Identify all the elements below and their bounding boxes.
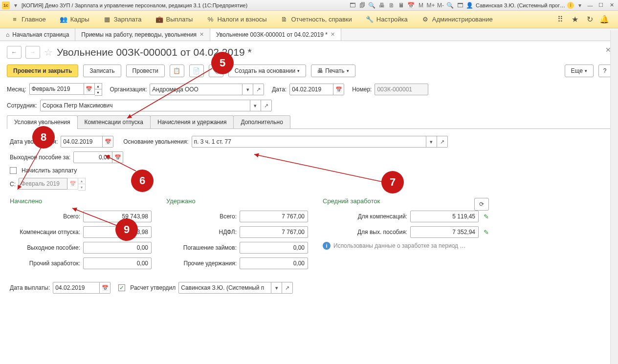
post-close-button[interactable]: Провести и закрыть <box>7 64 78 77</box>
home-icon: ⌂ <box>6 31 9 38</box>
close-button[interactable]: ✕ <box>607 1 616 9</box>
calendar-icon[interactable]: 📅 <box>103 136 113 148</box>
post-button[interactable]: Провести <box>126 64 165 77</box>
marker-8: 8 <box>32 126 55 149</box>
dropdown-icon[interactable]: ▾ <box>12 1 20 9</box>
withheld-total[interactable]: 7 767,00 <box>240 211 308 222</box>
open-icon[interactable]: ↗ <box>253 84 264 95</box>
edit-icon[interactable]: ✎ <box>484 213 489 220</box>
employee-input[interactable]: Сорока Петр Максимович <box>40 100 250 111</box>
open-icon[interactable]: ↗ <box>437 136 448 148</box>
save-button[interactable]: Записать <box>83 64 121 77</box>
page: ✕ ← → ☆ Увольнение 00ЗК-000001 от 04.02.… <box>0 41 618 294</box>
create-based-button[interactable]: Создать на основании▾ <box>228 64 307 77</box>
dropdown-icon[interactable]: ▾ <box>576 1 584 9</box>
dropdown-icon[interactable]: ▾ <box>250 100 261 111</box>
user-icon: 👤 <box>466 1 474 9</box>
number-input: 00ЗК-000001 <box>375 84 428 95</box>
tab-vacation-comp[interactable]: Компенсации отпуска <box>77 115 151 128</box>
history-icon[interactable]: ↻ <box>585 15 595 24</box>
close-icon[interactable]: ✕ <box>331 31 335 38</box>
bell-icon[interactable]: 🔔 <box>599 15 609 24</box>
severance-input[interactable]: 0,00 <box>73 151 112 163</box>
more-button[interactable]: Еще▾ <box>565 64 594 77</box>
avg-comp-value[interactable]: 5 119,45 <box>410 211 479 222</box>
favorite-icon[interactable]: ☆ <box>44 46 53 58</box>
toolbar-icon[interactable]: 🔍 <box>446 1 454 9</box>
month-input[interactable]: Февраль 2019 <box>29 83 84 95</box>
toolbar-icon[interactable]: 🔍 <box>368 1 376 9</box>
pay-date-input[interactable]: 04.02.2019 <box>53 282 100 294</box>
tab-dismissal[interactable]: Увольнение 00ЗК-000001 от 04.02.2019 *✕ <box>210 28 341 41</box>
forward-button[interactable]: → <box>25 46 40 59</box>
form-button[interactable]: 📄 <box>189 64 204 77</box>
approved-checkbox[interactable] <box>118 284 125 291</box>
apps-icon[interactable]: ⠿ <box>555 15 565 24</box>
toolbar-icon[interactable]: 📅 <box>407 1 415 9</box>
dropdown-icon[interactable]: ▾ <box>243 84 253 95</box>
toolbar-icon[interactable]: 🗔 <box>349 1 356 9</box>
m-indicator: M <box>417 1 425 9</box>
help-button[interactable]: ? <box>598 64 611 77</box>
severance-total-label: Выходное пособие: <box>10 244 80 251</box>
tab-accruals[interactable]: Начисления и удержания <box>150 115 234 128</box>
date-input[interactable]: 04.02.2019 <box>289 84 333 95</box>
tab-additional[interactable]: Дополнительно <box>233 115 290 128</box>
open-icon[interactable]: ↗ <box>261 100 272 111</box>
avg-sev-label: Для вых. пособия: <box>323 229 407 236</box>
accrued-total[interactable]: 59 743,98 <box>83 211 152 222</box>
toolbar-icon[interactable]: 🖩 <box>397 1 405 9</box>
menu-salary[interactable]: ▦Зарплата <box>96 11 149 28</box>
other-withheld-value[interactable]: 0,00 <box>240 257 308 269</box>
org-input[interactable]: Андромеда ООО <box>150 84 243 95</box>
avg-comp-label: Для компенсаций: <box>323 213 407 220</box>
loan-value[interactable]: 0,00 <box>240 242 308 254</box>
dropdown-icon[interactable]: ▾ <box>426 136 437 148</box>
minimize-button[interactable]: — <box>586 1 595 9</box>
toolbar-icon[interactable]: 🗎 <box>388 1 396 9</box>
print-button[interactable]: 🖶Печать▾ <box>311 64 355 77</box>
other-earn-value[interactable]: 0,00 <box>83 257 152 269</box>
severance-total[interactable]: 0,00 <box>83 242 152 254</box>
scrollbar[interactable] <box>610 30 618 364</box>
info-icon[interactable]: i <box>567 2 574 9</box>
calendar-icon[interactable]: 📅 <box>112 151 123 163</box>
menu-payments[interactable]: 💼Выплаты <box>149 11 200 28</box>
toolbar-icon[interactable]: 🗖 <box>456 1 464 9</box>
menu-reports[interactable]: 🗎Отчетность, справки <box>274 11 359 28</box>
refresh-button[interactable]: ⟳ <box>474 198 489 211</box>
toolbar-icon[interactable]: 🗐 <box>358 1 366 9</box>
dropdown-icon[interactable]: ▾ <box>271 282 282 294</box>
menu-main[interactable]: ≡Главное <box>4 11 53 28</box>
ndfl-value[interactable]: 7 767,00 <box>240 226 308 238</box>
approver-input[interactable]: Савинская З.Ю. (Системный п <box>178 282 271 294</box>
charge-salary-checkbox[interactable] <box>10 167 17 174</box>
from-label: С: <box>10 181 16 188</box>
avg-sev-value[interactable]: 7 352,94 <box>410 226 479 238</box>
titlebar: 1c ▾ [КОПИЯ] Демо ЗУП / Зарплата и управ… <box>0 0 618 11</box>
menu-admin[interactable]: ⚙Администрирование <box>415 11 500 28</box>
menu-settings[interactable]: 🔧Настройка <box>359 11 415 28</box>
toolbar-icon[interactable]: 🖶 <box>378 1 386 9</box>
tab-home[interactable]: ⌂Начальная страница <box>0 28 75 41</box>
reason-input[interactable]: п. 3 ч. 1 ст. 77 <box>192 136 426 148</box>
other-earn-label: Прочий заработок: <box>10 260 80 267</box>
calendar-icon[interactable]: 📅 <box>67 178 78 190</box>
edit-icon[interactable]: ✎ <box>484 229 489 236</box>
from-stepper[interactable]: ▲▼ <box>78 178 86 191</box>
month-stepper[interactable]: ▲▼ <box>95 83 102 96</box>
menu-hr[interactable]: 👥Кадры <box>53 11 96 28</box>
menu-taxes[interactable]: %Налоги и взносы <box>199 11 273 28</box>
tab-hires[interactable]: Приемы на работу, переводы, увольнения✕ <box>75 28 210 41</box>
calendar-icon[interactable]: 📅 <box>100 282 110 294</box>
back-button[interactable]: ← <box>7 46 22 59</box>
calendar-icon[interactable]: 📅 <box>84 83 95 95</box>
star-icon[interactable]: ★ <box>570 15 580 24</box>
calendar-icon[interactable]: 📅 <box>333 84 344 95</box>
mplus-indicator: M+ <box>427 1 435 9</box>
open-icon[interactable]: ↗ <box>282 282 293 294</box>
movements-button[interactable]: 📋 <box>170 64 184 77</box>
fire-date-input[interactable]: 04.02.2019 <box>61 136 103 148</box>
maximize-button[interactable]: ☐ <box>596 1 605 9</box>
close-icon[interactable]: ✕ <box>199 31 204 38</box>
